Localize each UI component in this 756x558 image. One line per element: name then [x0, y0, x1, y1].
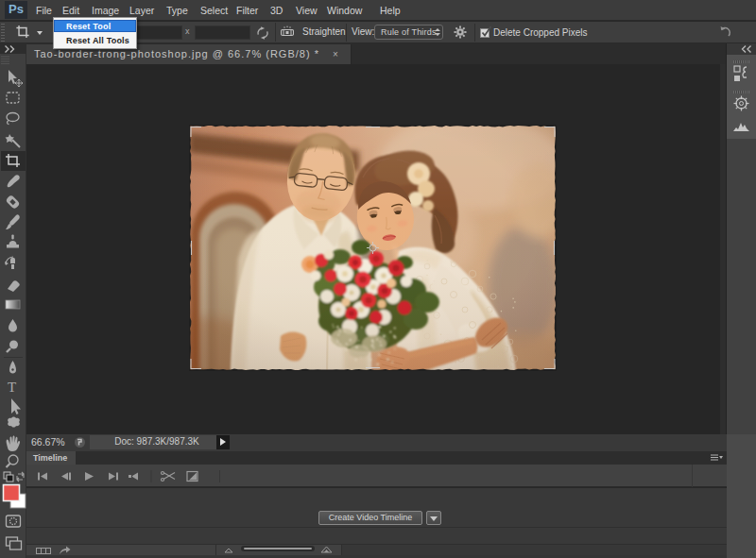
svg-text:T: T [8, 380, 16, 395]
